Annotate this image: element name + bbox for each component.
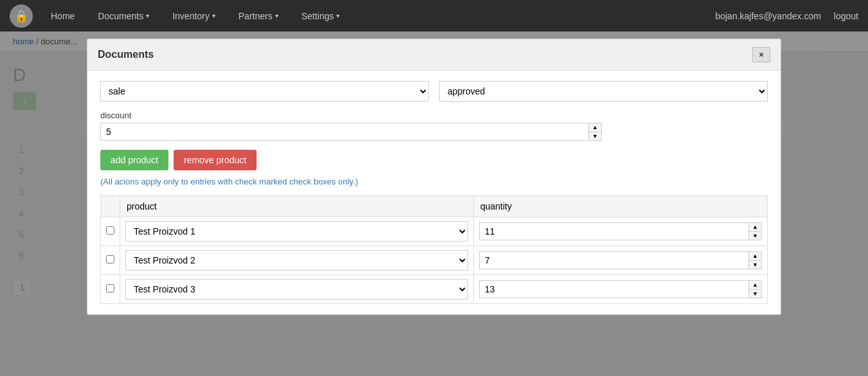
add-product-button[interactable]: add product <box>100 150 168 170</box>
modal-header: Documents × <box>87 39 781 71</box>
nav-documents[interactable]: Documents ▾ <box>93 8 154 24</box>
helper-text: (All acions apply only to entries with c… <box>100 177 768 186</box>
product-checkbox[interactable] <box>106 226 114 235</box>
discount-row: discount ▲ ▼ <box>100 111 768 141</box>
logout-link[interactable]: logout <box>834 11 858 21</box>
product-checkbox-cell <box>101 217 120 246</box>
quantity-decrement-btn[interactable]: ▼ <box>749 261 761 269</box>
quantity-input[interactable] <box>480 223 748 240</box>
discount-spinbox: ▲ ▼ <box>100 123 602 141</box>
documents-dropdown-icon: ▾ <box>146 12 149 19</box>
status-select[interactable]: approved pending rejected <box>439 81 768 102</box>
product-row: Test Proizvod 1Test Proizvod 2Test Proiz… <box>101 217 768 246</box>
quantity-increment-btn[interactable]: ▲ <box>749 281 761 290</box>
quantity-input[interactable] <box>480 252 748 269</box>
quantity-spinbox: ▲ ▼ <box>479 222 762 240</box>
quantity-cell: ▲ ▼ <box>473 217 767 246</box>
product-checkbox[interactable] <box>106 255 114 264</box>
nav-documents-label: Documents <box>98 11 143 21</box>
type-group: sale purchase return <box>100 81 429 102</box>
product-select[interactable]: Test Proizvod 1Test Proizvod 2Test Proiz… <box>125 279 468 300</box>
nav-settings-label: Settings <box>302 11 334 21</box>
modal-body: sale purchase return approved pending re… <box>87 71 781 309</box>
product-checkbox[interactable] <box>106 284 114 292</box>
col-product: product <box>120 196 474 217</box>
discount-input[interactable] <box>101 123 588 140</box>
navbar: 🔒 Home Documents ▾ Inventory ▾ Partners … <box>0 0 868 31</box>
product-select[interactable]: Test Proizvod 1Test Proizvod 2Test Proiz… <box>125 221 468 242</box>
quantity-spinbox-buttons: ▲ ▼ <box>748 252 761 269</box>
quantity-input[interactable] <box>480 281 748 298</box>
product-checkbox-cell <box>101 246 120 275</box>
product-checkbox-cell <box>101 275 120 304</box>
product-select-cell: Test Proizvod 1Test Proizvod 2Test Proiz… <box>120 275 474 304</box>
quantity-spinbox: ▲ ▼ <box>479 280 762 298</box>
documents-modal: Documents × sale purchase return approve… <box>87 39 781 309</box>
quantity-increment-btn[interactable]: ▲ <box>749 252 761 261</box>
type-status-row: sale purchase return approved pending re… <box>100 81 768 102</box>
col-checkbox <box>101 196 120 217</box>
status-group: approved pending rejected <box>439 81 768 102</box>
partners-dropdown-icon: ▾ <box>275 12 278 19</box>
product-row: Test Proizvod 1Test Proizvod 2Test Proiz… <box>101 275 768 304</box>
action-buttons: add product remove product <box>100 150 768 170</box>
discount-spinbox-buttons: ▲ ▼ <box>588 123 601 140</box>
remove-product-button[interactable]: remove product <box>174 150 257 170</box>
quantity-cell: ▲ ▼ <box>473 246 767 275</box>
product-select[interactable]: Test Proizvod 1Test Proizvod 2Test Proiz… <box>125 250 468 271</box>
type-select[interactable]: sale purchase return <box>100 81 429 102</box>
quantity-spinbox: ▲ ▼ <box>479 251 762 269</box>
settings-dropdown-icon: ▾ <box>336 12 339 19</box>
quantity-decrement-btn[interactable]: ▼ <box>749 232 761 240</box>
nav-home[interactable]: Home <box>46 8 80 24</box>
quantity-spinbox-buttons: ▲ ▼ <box>748 281 761 298</box>
discount-increment-btn[interactable]: ▲ <box>589 123 601 132</box>
inventory-dropdown-icon: ▾ <box>212 12 215 19</box>
app-logo: 🔒 <box>10 4 33 28</box>
navbar-right: bojan.kajfes@yandex.com logout <box>715 11 858 21</box>
user-email: bojan.kajfes@yandex.com <box>715 11 820 21</box>
discount-label: discount <box>100 111 768 120</box>
product-row: Test Proizvod 1Test Proizvod 2Test Proiz… <box>101 246 768 275</box>
discount-decrement-btn[interactable]: ▼ <box>589 132 601 141</box>
product-select-cell: Test Proizvod 1Test Proizvod 2Test Proiz… <box>120 246 474 275</box>
nav-inventory-label: Inventory <box>172 11 210 21</box>
nav-settings[interactable]: Settings ▾ <box>296 8 345 24</box>
products-table: product quantity Test Proizvod 1Test Pro… <box>100 195 768 304</box>
quantity-spinbox-buttons: ▲ ▼ <box>748 223 761 240</box>
nav-partners-label: Partners <box>239 11 273 21</box>
modal-title: Documents <box>98 49 154 60</box>
nav-home-label: Home <box>51 11 75 21</box>
quantity-increment-btn[interactable]: ▲ <box>749 223 761 232</box>
nav-inventory[interactable]: Inventory ▾ <box>167 8 221 24</box>
quantity-cell: ▲ ▼ <box>473 275 767 304</box>
nav-partners[interactable]: Partners ▾ <box>233 8 284 24</box>
product-select-cell: Test Proizvod 1Test Proizvod 2Test Proiz… <box>120 217 474 246</box>
logo-icon: 🔒 <box>14 9 28 23</box>
quantity-decrement-btn[interactable]: ▼ <box>749 290 761 298</box>
col-quantity: quantity <box>473 196 767 217</box>
modal-close-button[interactable]: × <box>752 47 770 62</box>
